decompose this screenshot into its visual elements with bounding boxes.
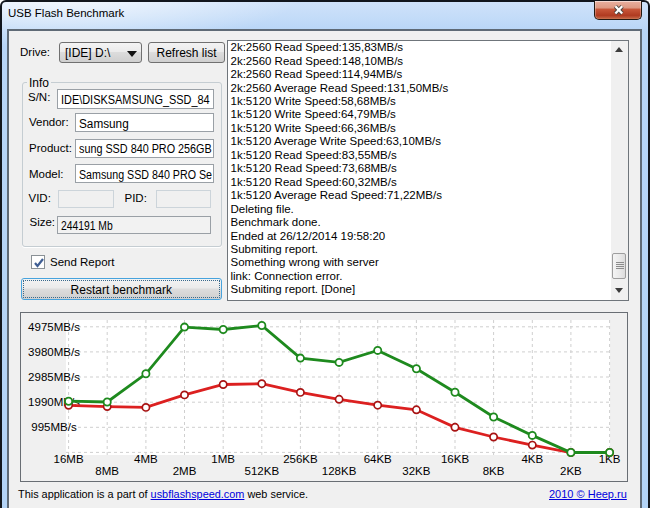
svg-text:1MB: 1MB: [211, 453, 235, 465]
svg-text:32KB: 32KB: [402, 465, 430, 477]
svg-text:8MB: 8MB: [95, 465, 119, 477]
svg-text:2KB: 2KB: [560, 465, 582, 477]
svg-text:995MB/s: 995MB/s: [31, 421, 77, 433]
svg-text:4975MB/s: 4975MB/s: [28, 321, 80, 333]
svg-text:2MB: 2MB: [173, 465, 197, 477]
svg-text:64KB: 64KB: [364, 453, 392, 465]
svg-text:4KB: 4KB: [521, 453, 543, 465]
svg-text:4MB: 4MB: [134, 453, 158, 465]
svg-text:8KB: 8KB: [483, 465, 505, 477]
svg-text:256KB: 256KB: [283, 453, 318, 465]
svg-text:2985MB/s: 2985MB/s: [28, 371, 80, 383]
svg-text:3980MB/s: 3980MB/s: [28, 346, 80, 358]
svg-text:16MB: 16MB: [54, 453, 84, 465]
svg-text:16KB: 16KB: [441, 453, 469, 465]
svg-text:512KB: 512KB: [245, 465, 280, 477]
svg-text:128KB: 128KB: [322, 465, 357, 477]
